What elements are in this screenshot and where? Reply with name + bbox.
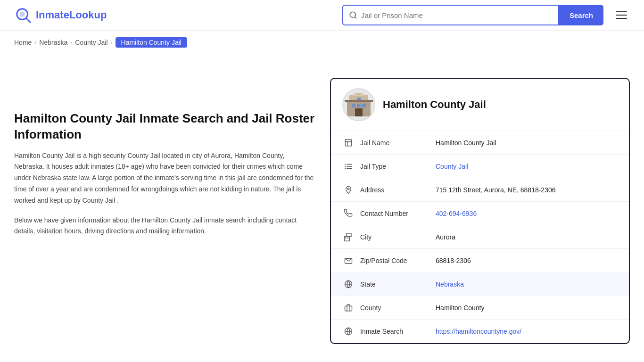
card-title: Hamilton County Jail bbox=[383, 99, 486, 111]
address-value: 715 12th Street, Aurora, NE, 68818-2306 bbox=[436, 186, 618, 194]
card-header: Hamilton County Jail bbox=[331, 79, 629, 131]
hamburger-menu[interactable] bbox=[613, 8, 630, 22]
contact-link[interactable]: 402-694-6936 bbox=[436, 210, 477, 217]
info-table: Jail Name Hamilton County Jail Jail Type… bbox=[331, 131, 629, 343]
breadcrumb-chevron-3: › bbox=[111, 39, 113, 46]
search-input[interactable] bbox=[361, 11, 553, 19]
info-row-inmate-search: Inmate Search https://hamiltoncountyne.g… bbox=[331, 320, 629, 343]
svg-rect-3 bbox=[18, 9, 19, 11]
svg-rect-28 bbox=[345, 237, 346, 238]
info-row-zip: Zip/Postal Code 68818-2306 bbox=[331, 249, 629, 272]
left-column: Hamilton County Jail Inmate Search and J… bbox=[14, 64, 316, 344]
inmate-search-value: https://hamiltoncountyne.gov/ bbox=[436, 328, 618, 335]
info-row-state: State Nebraska bbox=[331, 272, 629, 296]
info-row-contact: Contact Number 402-694-6936 bbox=[331, 202, 629, 225]
svg-rect-27 bbox=[347, 233, 352, 236]
right-column: Hamilton County Jail Jail Name Hamilton … bbox=[330, 64, 630, 344]
svg-rect-11 bbox=[357, 104, 361, 107]
breadcrumb-nebraska[interactable]: Nebraska bbox=[39, 39, 67, 46]
jail-type-link[interactable]: County Jail bbox=[436, 163, 468, 170]
page-description-2: Below we have given information about th… bbox=[14, 215, 316, 238]
list-icon bbox=[342, 162, 355, 171]
search-box bbox=[342, 5, 559, 25]
svg-point-23 bbox=[345, 165, 346, 166]
jail-type-label: Jail Type bbox=[360, 163, 436, 170]
svg-line-1 bbox=[26, 18, 31, 23]
globe-icon bbox=[342, 280, 355, 288]
breadcrumb-current: Hamilton County Jail bbox=[116, 37, 187, 48]
svg-line-5 bbox=[355, 16, 356, 18]
city-value: Aurora bbox=[436, 233, 618, 241]
building-icon bbox=[342, 139, 355, 147]
svg-rect-33 bbox=[345, 306, 352, 311]
site-header: InmateLookup Search bbox=[0, 0, 644, 31]
logo-icon bbox=[14, 6, 32, 24]
svg-point-2 bbox=[19, 11, 25, 16]
location-icon bbox=[342, 186, 355, 194]
info-row-county: County Hamilton County bbox=[331, 296, 629, 320]
zip-value: 68818-2306 bbox=[436, 257, 618, 264]
zip-label: Zip/Postal Code bbox=[360, 257, 436, 264]
svg-rect-16 bbox=[345, 140, 352, 146]
svg-rect-26 bbox=[345, 236, 350, 241]
contact-value: 402-694-6936 bbox=[436, 210, 618, 217]
search-button[interactable]: Search bbox=[559, 5, 603, 25]
page-description-1: Hamilton County Jail is a high security … bbox=[14, 150, 316, 206]
hamburger-line-1 bbox=[616, 11, 627, 12]
inmate-search-label: Inmate Search bbox=[360, 328, 436, 335]
jail-type-value: County Jail bbox=[436, 163, 618, 170]
svg-rect-14 bbox=[357, 98, 361, 100]
svg-rect-10 bbox=[352, 104, 355, 107]
svg-rect-12 bbox=[362, 104, 366, 107]
svg-rect-29 bbox=[347, 237, 348, 238]
search-area: Search bbox=[342, 5, 603, 25]
svg-point-24 bbox=[345, 168, 346, 169]
svg-point-25 bbox=[347, 188, 349, 189]
logo-link[interactable]: InmateLookup bbox=[14, 6, 107, 24]
mail-icon bbox=[342, 256, 355, 265]
breadcrumb-chevron-1: › bbox=[34, 39, 36, 46]
state-link[interactable]: Nebraska bbox=[436, 280, 464, 288]
hamburger-line-3 bbox=[616, 18, 627, 19]
info-row-jail-type: Jail Type County Jail bbox=[331, 155, 629, 178]
inmate-search-link[interactable]: https://hamiltoncountyne.gov/ bbox=[436, 328, 521, 335]
hamburger-line-2 bbox=[616, 15, 627, 16]
info-row-city: City Aurora bbox=[331, 225, 629, 249]
info-card: Hamilton County Jail Jail Name Hamilton … bbox=[330, 78, 630, 344]
jail-name-label: Jail Name bbox=[360, 139, 436, 147]
county-value: Hamilton County bbox=[436, 304, 618, 312]
state-label: State bbox=[360, 280, 436, 288]
facility-image bbox=[345, 90, 373, 119]
logo-text: InmateLookup bbox=[36, 9, 107, 21]
city-icon bbox=[342, 233, 355, 241]
contact-label: Contact Number bbox=[360, 210, 436, 217]
search-globe-icon bbox=[342, 327, 355, 336]
breadcrumb-county-jail[interactable]: County Jail bbox=[75, 39, 107, 46]
state-value: Nebraska bbox=[436, 280, 618, 288]
address-label: Address bbox=[360, 186, 436, 194]
breadcrumb-chevron-2: › bbox=[70, 39, 72, 46]
city-label: City bbox=[360, 233, 436, 241]
info-row-jail-name: Jail Name Hamilton County Jail bbox=[331, 131, 629, 155]
page-title: Hamilton County Jail Inmate Search and J… bbox=[14, 111, 316, 143]
jail-name-value: Hamilton County Jail bbox=[436, 139, 618, 147]
facility-avatar bbox=[342, 88, 375, 121]
main-content: Hamilton County Jail Inmate Search and J… bbox=[0, 54, 644, 362]
info-row-address: Address 715 12th Street, Aurora, NE, 688… bbox=[331, 178, 629, 202]
svg-point-22 bbox=[345, 164, 346, 165]
breadcrumb: Home › Nebraska › County Jail › Hamilton… bbox=[0, 31, 644, 54]
breadcrumb-home[interactable]: Home bbox=[14, 39, 32, 46]
county-icon bbox=[342, 304, 355, 312]
county-label: County bbox=[360, 304, 436, 312]
svg-rect-13 bbox=[355, 108, 363, 116]
phone-icon bbox=[342, 209, 355, 218]
search-icon bbox=[349, 11, 357, 19]
